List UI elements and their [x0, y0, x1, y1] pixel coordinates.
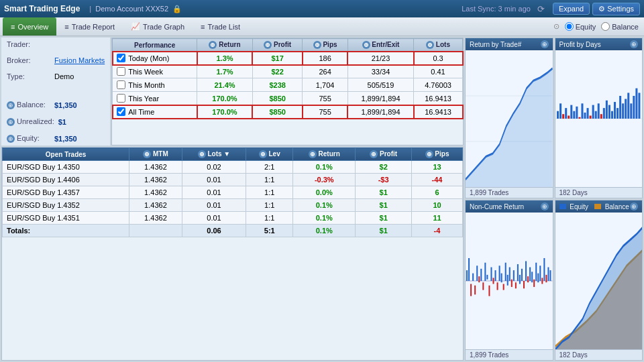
graph-icon: 📈 — [131, 22, 140, 31]
trades-col-trade[interactable]: Open Trades — [3, 148, 129, 161]
perf-checkbox-2[interactable] — [117, 80, 125, 89]
unrealized-info-icon[interactable]: ⊕ — [7, 118, 15, 126]
non-cume-body — [466, 213, 553, 349]
balance-info-icon[interactable]: ⊕ — [7, 101, 15, 109]
tab-trade-graph[interactable]: 📈 Trade Graph — [123, 17, 193, 36]
perf-cell-lots-2: 4.76003 — [414, 78, 463, 92]
perf-col-pips[interactable]: ⊕ Pips — [303, 39, 348, 52]
balance-radio[interactable] — [601, 22, 610, 31]
non-cume-info[interactable]: ⊕ — [541, 202, 549, 210]
perf-col-performance[interactable]: Performance — [113, 39, 197, 52]
svg-rect-26 — [610, 111, 612, 119]
tab-overview[interactable]: ≡ Overview — [3, 17, 56, 36]
trades-col-return[interactable]: ⊕ Return — [293, 148, 356, 161]
trade-cell-mtm-4: 1.4362 — [129, 212, 182, 225]
trade-row-0: EUR/SGD Buy 1.4350 1.4362 0.02 2:1 0.1% … — [3, 161, 463, 174]
equity-radio-label[interactable]: Equity — [565, 22, 596, 31]
trades-col-mtm[interactable]: ⊕ MTM — [129, 148, 182, 161]
tab-trade-report[interactable]: ≡ Trade Report — [56, 17, 123, 36]
svg-rect-42 — [472, 274, 474, 281]
trade-cell-lots-1: 0.01 — [182, 174, 246, 186]
broker-value[interactable]: Fusion Markets — [54, 56, 105, 64]
trades-col-lev[interactable]: ⊕ Lev — [246, 148, 293, 161]
settings-button[interactable]: ⚙ Settings — [592, 3, 640, 15]
svg-rect-67 — [523, 281, 525, 288]
trade-cell-mtm-2: 1.4362 — [129, 186, 182, 199]
perf-cell-label: This Month — [113, 78, 197, 92]
profit-by-days-chart: Profit by Days ⊕ — [555, 38, 643, 198]
perf-col-return[interactable]: ⊕ Return — [197, 39, 253, 52]
perf-row-1: This Week 1.7% $22 264 33/34 0.41 — [113, 65, 463, 78]
perf-cell-profit-2: $238 — [252, 78, 302, 92]
equity-info-icon[interactable]: ⊕ — [7, 135, 15, 143]
svg-rect-44 — [476, 265, 478, 281]
trade-cell-name-2: EUR/SGD Buy 1.4357 — [3, 186, 129, 199]
return-chart-footer: 1,899 Trades — [466, 187, 553, 198]
app-logo: Smart Trading Edge — [4, 4, 80, 13]
trade-cell-mtm-0: 1.4362 — [129, 161, 182, 174]
equity-balance-chart: Equity Balance ⊕ — [555, 200, 643, 361]
totals-lev: 5:1 — [246, 225, 293, 237]
perf-col-lots[interactable]: ⊕ Lots — [414, 39, 463, 52]
perf-checkbox-4[interactable] — [117, 107, 125, 116]
account-name: Demo Account XXX52 🔒 — [95, 5, 182, 13]
perf-cell-profit-3: $850 — [252, 92, 302, 105]
trades-col-pips[interactable]: ⊕ Pips — [412, 148, 463, 161]
svg-rect-30 — [622, 103, 624, 119]
svg-rect-73 — [535, 263, 537, 281]
perf-cell-entrexit-3: 1,899/1,894 — [347, 92, 413, 105]
trade-cell-return-0: 0.1% — [293, 161, 356, 174]
svg-rect-16 — [584, 113, 586, 119]
svg-rect-71 — [531, 272, 533, 282]
return-by-trade-chart: Return by Trade# ⊕ — [465, 38, 553, 198]
trades-section: Open Trades ⊕ MTM ⊕ Lots ▼ ⊕ Lev ⊕ Retur… — [1, 147, 464, 361]
perf-cell-pips-4: 755 — [303, 105, 348, 119]
expand-button[interactable]: Expand — [553, 3, 590, 15]
perf-cell-label: All Time — [113, 105, 197, 119]
equity-balance-footer: 182 Days — [555, 349, 643, 360]
svg-rect-47 — [482, 282, 484, 290]
svg-rect-54 — [497, 282, 498, 290]
refresh-icon[interactable]: ⟳ — [537, 4, 545, 14]
profit-chart-info[interactable]: ⊕ — [630, 40, 638, 48]
perf-cell-label: This Year — [113, 92, 197, 105]
perf-cell-entrexit-1: 33/34 — [347, 65, 413, 78]
perf-col-entrexit[interactable]: ⊕ Entr/Exit — [347, 39, 413, 52]
svg-rect-59 — [507, 275, 508, 286]
svg-rect-74 — [537, 274, 539, 283]
svg-rect-72 — [533, 280, 535, 287]
trader-label: Trader: — [7, 40, 50, 48]
nav-right: ⊙ Equity Balance — [553, 22, 641, 31]
svg-rect-25 — [608, 105, 610, 119]
trader-row: Trader: — [7, 40, 105, 48]
perf-checkbox-3[interactable] — [117, 94, 125, 103]
circle-icon: ⊙ — [553, 22, 559, 31]
svg-rect-53 — [495, 270, 496, 281]
svg-rect-40 — [468, 258, 470, 281]
perf-checkbox-0[interactable] — [117, 54, 125, 62]
performance-table: Performance ⊕ Return ⊕ Profit ⊕ Pips ⊕ E… — [112, 38, 463, 119]
equity-radio[interactable] — [565, 22, 574, 31]
svg-rect-17 — [586, 108, 588, 119]
trade-row-1: EUR/SGD Buy 1.4406 1.4362 0.01 1:1 -0.3%… — [3, 174, 463, 186]
svg-rect-80 — [549, 270, 551, 281]
svg-rect-24 — [605, 101, 607, 119]
perf-col-profit[interactable]: ⊕ Profit — [252, 39, 302, 52]
svg-rect-79 — [547, 267, 549, 281]
trades-col-lots[interactable]: ⊕ Lots ▼ — [182, 148, 246, 161]
perf-cell-return-4: 170.0% — [197, 105, 253, 119]
trade-cell-lev-0: 2:1 — [246, 161, 293, 174]
top-bar: Smart Trading Edge | Demo Account XXX52 … — [0, 0, 644, 17]
trades-col-profit[interactable]: ⊕ Profit — [356, 148, 412, 161]
return-chart-info[interactable]: ⊕ — [541, 40, 549, 48]
type-value: Demo — [54, 72, 74, 80]
balance-radio-label[interactable]: Balance — [601, 22, 639, 31]
balance-row: ⊕ Balance: $1,350 — [7, 101, 105, 109]
non-cume-footer: 1,899 Trades — [466, 349, 553, 360]
trade-cell-profit-4: $1 — [356, 212, 412, 225]
tab-trade-list[interactable]: ≡ Trade List — [193, 17, 248, 36]
nav-bar: ≡ Overview ≡ Trade Report 📈 Trade Graph … — [0, 17, 644, 36]
perf-checkbox-1[interactable] — [117, 67, 125, 76]
perf-cell-lots-1: 0.41 — [414, 65, 463, 78]
equity-balance-info[interactable]: ⊕ — [630, 202, 638, 210]
